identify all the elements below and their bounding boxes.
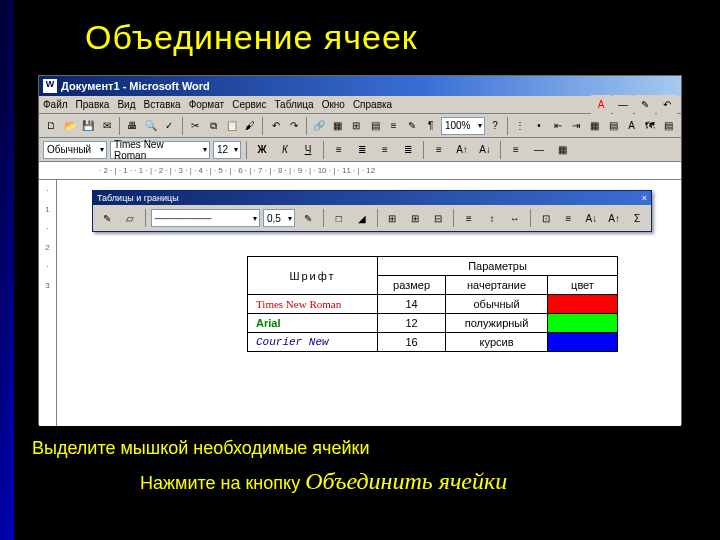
fill-color-icon[interactable]: ◢ bbox=[352, 208, 372, 228]
drawing-icon[interactable]: ✎ bbox=[404, 116, 421, 136]
insert-table-icon[interactable]: ⊞ bbox=[348, 116, 365, 136]
underline-button[interactable]: Ч bbox=[298, 140, 318, 160]
redo-icon[interactable]: ↷ bbox=[286, 116, 303, 136]
cell-font[interactable]: Arial bbox=[248, 314, 378, 333]
cell-font[interactable]: Times New Roman bbox=[248, 295, 378, 314]
close-icon[interactable]: × bbox=[642, 193, 647, 203]
zoom-combo[interactable]: 100% bbox=[441, 117, 485, 135]
menu-edit[interactable]: Правка bbox=[76, 99, 110, 110]
align-left-icon[interactable]: ≡ bbox=[329, 140, 349, 160]
style-combo[interactable]: Обычный bbox=[43, 141, 107, 159]
menu-tools[interactable]: Сервис bbox=[232, 99, 266, 110]
eraser-icon[interactable]: ▱ bbox=[120, 208, 140, 228]
menu-file[interactable]: Файл bbox=[43, 99, 68, 110]
print-icon[interactable]: 🖶 bbox=[124, 116, 141, 136]
cell-size[interactable]: 14 bbox=[378, 295, 446, 314]
font-color2-icon[interactable]: A bbox=[623, 116, 640, 136]
split-cells-icon[interactable]: ⊟ bbox=[428, 208, 448, 228]
tables-borders-icon[interactable]: ▦ bbox=[330, 116, 347, 136]
cell-color[interactable] bbox=[548, 333, 618, 352]
cell-style[interactable]: полужирный bbox=[446, 314, 548, 333]
justify-icon[interactable]: ≣ bbox=[398, 140, 418, 160]
size-combo[interactable]: 12 bbox=[213, 141, 241, 159]
list-num-icon[interactable]: ⋮ bbox=[512, 116, 529, 136]
dash-icon[interactable]: — bbox=[613, 95, 633, 115]
save-icon[interactable]: 💾 bbox=[80, 116, 97, 136]
columns-icon[interactable]: ≡ bbox=[385, 116, 402, 136]
paste-icon[interactable]: 📋 bbox=[223, 116, 240, 136]
cell-style[interactable]: курсив bbox=[446, 333, 548, 352]
bold-button[interactable]: Ж bbox=[252, 140, 272, 160]
map-icon[interactable]: 🗺 bbox=[642, 116, 659, 136]
table-row[interactable]: Times New Roman14обычный bbox=[248, 295, 618, 314]
mail-icon[interactable]: ✉ bbox=[99, 116, 116, 136]
align-right-icon[interactable]: ≡ bbox=[375, 140, 395, 160]
cell-font[interactable]: Courier New bbox=[248, 333, 378, 352]
align-cells-icon[interactable]: ≡ bbox=[459, 208, 479, 228]
font-color-icon[interactable]: A bbox=[591, 95, 611, 115]
dir-icon[interactable]: ≡ bbox=[559, 208, 579, 228]
ext3-icon[interactable]: ▦ bbox=[552, 140, 572, 160]
a-small-icon[interactable]: A↓ bbox=[475, 140, 495, 160]
format-painter-icon[interactable]: 🖌 bbox=[242, 116, 259, 136]
ext1-icon[interactable]: ≡ bbox=[506, 140, 526, 160]
highlight-icon[interactable]: ▤ bbox=[605, 116, 622, 136]
menu-window[interactable]: Окно bbox=[322, 99, 345, 110]
indent-icon[interactable]: ⇥ bbox=[568, 116, 585, 136]
menu-help[interactable]: Справка bbox=[353, 99, 392, 110]
sum-icon[interactable]: Σ bbox=[627, 208, 647, 228]
preview-icon[interactable]: 🔍 bbox=[142, 116, 159, 136]
excel2-icon[interactable]: ▤ bbox=[660, 116, 677, 136]
word-window: W Документ1 - Microsoft Word Файл Правка… bbox=[38, 75, 682, 425]
spell-icon[interactable]: ✓ bbox=[161, 116, 178, 136]
show-marks-icon[interactable]: ¶ bbox=[422, 116, 439, 136]
undo2-icon[interactable]: ↶ bbox=[657, 95, 677, 115]
open-icon[interactable]: 📂 bbox=[62, 116, 79, 136]
slide-title: Объединение ячеек bbox=[0, 0, 720, 65]
pencil-icon[interactable]: ✎ bbox=[635, 95, 655, 115]
cell-size[interactable]: 16 bbox=[378, 333, 446, 352]
menu-view[interactable]: Вид bbox=[117, 99, 135, 110]
a-large-icon[interactable]: A↑ bbox=[452, 140, 472, 160]
insert-table2-icon[interactable]: ⊞ bbox=[383, 208, 403, 228]
italic-button[interactable]: К bbox=[275, 140, 295, 160]
line-weight-combo[interactable]: 0,5 bbox=[263, 209, 295, 227]
table-row[interactable]: Arial12полужирный bbox=[248, 314, 618, 333]
cell-color[interactable] bbox=[548, 314, 618, 333]
dist-rows-icon[interactable]: ↕ bbox=[482, 208, 502, 228]
sample-table[interactable]: Шрифт Параметры размер начертание цвет T… bbox=[247, 256, 618, 352]
table-row[interactable]: Courier New16курсив bbox=[248, 333, 618, 352]
sort-za-icon[interactable]: A↑ bbox=[604, 208, 624, 228]
new-icon[interactable]: 🗋 bbox=[43, 116, 60, 136]
align-center-icon[interactable]: ≣ bbox=[352, 140, 372, 160]
border-outside-icon[interactable]: □ bbox=[329, 208, 349, 228]
excel-icon[interactable]: ▤ bbox=[367, 116, 384, 136]
copy-icon[interactable]: ⧉ bbox=[205, 116, 222, 136]
draw-table-icon[interactable]: ✎ bbox=[97, 208, 117, 228]
vertical-ruler: ·1· 2·3 bbox=[39, 180, 57, 426]
page[interactable]: Таблицы и границы × ✎ ▱ ──────── 0,5 ✎ □… bbox=[57, 180, 681, 426]
ext2-icon[interactable]: — bbox=[529, 140, 549, 160]
sort-az-icon[interactable]: A↓ bbox=[581, 208, 601, 228]
link-icon[interactable]: 🔗 bbox=[311, 116, 328, 136]
line-spacing-icon[interactable]: ≡ bbox=[429, 140, 449, 160]
outdent-icon[interactable]: ⇤ bbox=[549, 116, 566, 136]
dist-cols-icon[interactable]: ↔ bbox=[505, 208, 525, 228]
menu-table[interactable]: Таблица bbox=[274, 99, 313, 110]
undo-icon[interactable]: ↶ bbox=[267, 116, 284, 136]
help-icon[interactable]: ? bbox=[487, 116, 504, 136]
cut-icon[interactable]: ✂ bbox=[186, 116, 203, 136]
cell-color[interactable] bbox=[548, 295, 618, 314]
autoformat-icon[interactable]: ⊡ bbox=[536, 208, 556, 228]
merge-cells-icon[interactable]: ⊞ bbox=[405, 208, 425, 228]
cell-style[interactable]: обычный bbox=[446, 295, 548, 314]
borders-icon[interactable]: ▦ bbox=[586, 116, 603, 136]
list-bul-icon[interactable]: • bbox=[531, 116, 548, 136]
menu-insert[interactable]: Вставка bbox=[143, 99, 180, 110]
cell-size[interactable]: 12 bbox=[378, 314, 446, 333]
border-color-icon[interactable]: ✎ bbox=[298, 208, 318, 228]
caption-line-2: Нажмите на кнопку Объединить ячейки bbox=[140, 468, 507, 495]
line-style-combo[interactable]: ──────── bbox=[151, 209, 260, 227]
font-combo[interactable]: Times New Roman bbox=[110, 141, 210, 159]
menu-format[interactable]: Формат bbox=[189, 99, 225, 110]
